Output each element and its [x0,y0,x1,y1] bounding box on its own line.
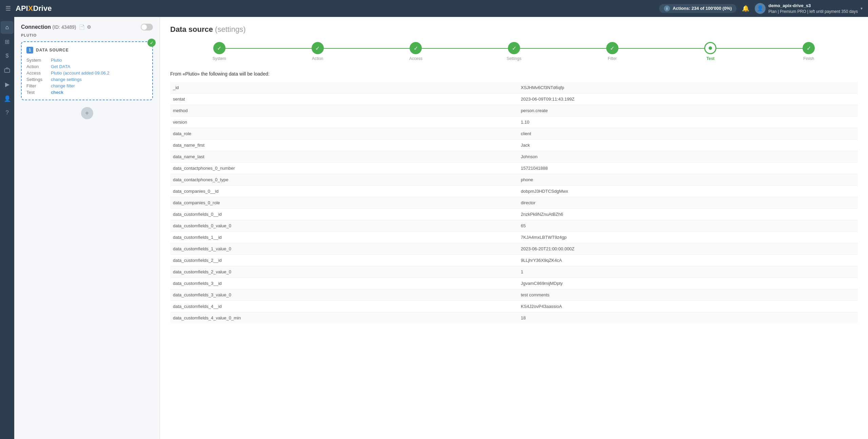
sidebar-item-grid[interactable]: ⊞ [1,35,14,48]
card-num: 1 [26,47,33,54]
table-cell-key: data_customfields_0_value_0 [170,220,514,232]
step-settings: ✓ Settings [465,42,563,61]
table-row: data_customfields_0_value_065 [170,220,858,232]
logo-x: X [28,4,33,13]
main-layout: ⌂ ⊞ $ ▶ 👤 ? Connection (ID: 43489) 📄 ⚙ P… [0,17,868,439]
table-row: version1.10 [170,117,858,128]
step-label-settings: Settings [507,56,521,61]
table-cell-key: data_customfields_4__id [170,301,514,312]
table-cell-value: 18 [514,312,858,324]
page-title: Data source (settings) [170,25,858,34]
check-badge: ✓ [147,39,156,47]
hamburger-icon[interactable]: ☰ [5,5,11,12]
step-circle-filter[interactable]: ✓ [606,42,618,54]
table-cell-key: data_companies_0__id [170,186,514,197]
actions-label: Actions: [673,6,690,11]
table-cell-key: data_customfields_1__id [170,232,514,243]
settings-value[interactable]: change settings [51,77,82,82]
table-cell-value: 2nzkPk8NZnuAtBZh6 [514,209,858,220]
navbar: ☰ APIXDrive i Actions: 234 of 100'000 (0… [0,0,868,17]
data-table: _idXSJHMv6Cf3NTd6qfpsentat2023-06-09T09:… [170,82,858,323]
card-rows: System Plutio Action Get DATA Access Plu… [26,58,147,95]
plutio-label: PLUTIO [21,33,153,37]
table-cell-value: phone [514,174,858,186]
table-cell-key: data_customfields_2__id [170,255,514,266]
system-value[interactable]: Plutio [51,58,62,63]
user-info[interactable]: 👤 demo_apix-drive_s3 Plan | Premium PRO … [755,3,863,15]
test-value[interactable]: check [51,90,63,95]
table-cell-value: test comments [514,289,858,301]
table-row: sentat2023-06-09T09:11:43.199Z [170,93,858,105]
table-cell-value: Johnson [514,151,858,163]
data-description: From «Plutio» the following data will be… [170,71,858,77]
logo: APIXDrive [16,4,52,13]
toggle-switch[interactable] [141,24,153,30]
card-title: DATA SOURCE [36,48,69,53]
add-button[interactable]: + [81,107,93,119]
step-circle-system[interactable]: ✓ [213,42,225,54]
table-cell-value: person.create [514,105,858,117]
row-system: System Plutio [26,58,147,63]
sidebar-item-briefcase[interactable] [1,64,14,77]
table-cell-key: data_contactphones_0_type [170,174,514,186]
table-row: data_customfields_0__id2nzkPk8NZnuAtBZh6 [170,209,858,220]
sidebar-item-help[interactable]: ? [1,106,14,119]
info-icon: i [664,5,670,12]
username: demo_apix-drive_s3 [768,3,858,9]
table-cell-key: data_customfields_4_value_0_min [170,312,514,324]
step-label-system: System [213,56,226,61]
title-icons: 📄 ⚙ [79,24,91,30]
step-label-action: Action [312,56,323,61]
sidebar-item-home[interactable]: ⌂ [1,21,14,34]
table-row: data_customfields_2__id9LLjhrY36X9qZK4cA [170,255,858,266]
step-label-access: Access [409,56,422,61]
step-circle-finish[interactable]: ✓ [803,42,815,54]
step-circle-action[interactable]: ✓ [312,42,324,54]
table-cell-value: 2023-06-20T21:00:00.000Z [514,243,858,255]
steps: ✓ System ✓ Action ✓ Access ✓ Settings ✓ … [170,42,858,61]
access-value[interactable]: Plutio (account added 09.06.2 [51,70,110,76]
table-cell-key: version [170,117,514,128]
sidebar-item-play[interactable]: ▶ [1,78,14,91]
table-cell-value: 2023-06-09T09:11:43.199Z [514,93,858,105]
actions-badge: i Actions: 234 of 100'000 (0%) [659,4,736,13]
step-filter: ✓ Filter [563,42,662,61]
user-details: demo_apix-drive_s3 Plan | Premium PRO | … [768,3,858,15]
table-cell-value: JgvamC869mijMDpty [514,278,858,289]
page-subtitle-text: (settings) [215,25,245,34]
doc-icon[interactable]: 📄 [79,24,85,30]
connection-label: Connection (ID: 43489) [21,24,76,30]
filter-value[interactable]: change filter [51,83,75,88]
step-circle-test[interactable] [704,42,716,54]
row-access: Access Plutio (account added 09.06.2 [26,70,147,76]
table-row: data_contactphones_0_typephone [170,174,858,186]
settings-icon[interactable]: ⚙ [87,24,91,30]
navbar-actions: i Actions: 234 of 100'000 (0%) 🔔 👤 demo_… [659,3,863,15]
access-label: Access [26,70,47,76]
table-row: data_customfields_4_value_0_min18 [170,312,858,324]
table-cell-value: 1.10 [514,117,858,128]
table-row: data_companies_0__iddobpmJ3HDTCSdgMwx [170,186,858,197]
actions-count: 234 of 100'000 (0%) [692,6,732,11]
table-cell-value: director [514,197,858,209]
table-row: data_contactphones_0_number15721041888 [170,163,858,174]
action-value[interactable]: Get DATA [51,64,70,69]
step-action: ✓ Action [269,42,367,61]
table-row: data_customfields_3_value_0test comments [170,289,858,301]
connection-title: Connection (ID: 43489) 📄 ⚙ [21,24,153,30]
table-cell-key: data_contactphones_0_number [170,163,514,174]
table-row: data_name_firstJack [170,140,858,151]
table-row: data_companies_0_roledirector [170,197,858,209]
table-cell-value: KS4J2ovP43aassioA [514,301,858,312]
step-circle-access[interactable]: ✓ [410,42,422,54]
step-circle-settings[interactable]: ✓ [508,42,520,54]
bell-icon[interactable]: 🔔 [742,5,749,12]
table-row: data_customfields_1__id7KJA4mxLBTWT9z4gp [170,232,858,243]
sidebar-item-user[interactable]: 👤 [1,92,14,105]
sidebar-item-money[interactable]: $ [1,49,14,62]
chevron-down-icon: ▾ [861,6,863,11]
table-cell-key: sentat [170,93,514,105]
table-cell-key: method [170,105,514,117]
table-cell-key: data_name_first [170,140,514,151]
table-row: _idXSJHMv6Cf3NTd6qfp [170,82,858,93]
